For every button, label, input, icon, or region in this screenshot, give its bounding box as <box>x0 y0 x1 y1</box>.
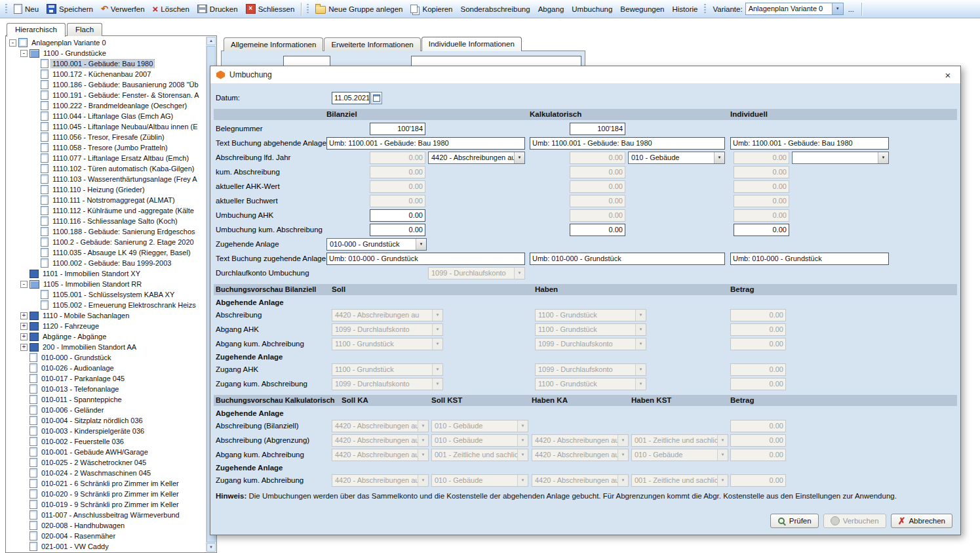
number-field[interactable]: 0.00 <box>734 224 789 236</box>
toolbar-button-neue-gruppe-anlegen[interactable]: Neue Gruppe anlegen <box>311 2 406 16</box>
tree-item[interactable]: 010-020 - 9 Schränkli pro Zimmer im Kell… <box>7 489 206 499</box>
tree-item[interactable]: 1110.077 - Liftanlage Ersatz Altbau (Emc… <box>7 153 206 163</box>
scroll-down-icon[interactable]: ▼ <box>206 543 216 552</box>
tree-item[interactable]: +1120 - Fahrzeuge <box>7 321 206 331</box>
tree-item[interactable]: 1101 - Immobilien Standort XY <box>7 268 206 279</box>
tree-item[interactable]: 020-004 - Rasenmäher <box>7 531 206 541</box>
tree-item[interactable]: 010-024 - 2 Waschmaschinen 045 <box>7 468 206 478</box>
tree-item[interactable]: 010-000 - Grundstück <box>7 352 206 363</box>
tab-allgemeine-informationen[interactable]: Allgemeine Informationen <box>224 37 323 51</box>
expand-box-icon[interactable]: + <box>20 312 28 319</box>
tree-item[interactable]: 1100.186 - Gebäude: Bausanierung 2008 "Ü… <box>7 79 206 90</box>
tree-item[interactable]: 1110.044 - Liftanlage Glas (Emch AG) <box>7 111 206 121</box>
tree-item[interactable]: 1110.116 - Schliessanlage Salto (Koch) <box>7 216 206 226</box>
tree-item[interactable]: 1110.112 - Kühlräume und -aggregate (Käl… <box>7 205 206 216</box>
more-options-button[interactable]: ... <box>844 4 859 14</box>
toolbar-button-abgang[interactable]: Abgang <box>534 3 568 15</box>
text-field[interactable]: Umb: 010-000 - Grundstück <box>530 253 725 265</box>
expand-box-icon[interactable]: + <box>20 333 28 340</box>
tree-item[interactable]: -1100 - Grundstücke <box>7 48 206 58</box>
tree-item[interactable]: 1110.045 - Liftanlage Neubau/Altbau inne… <box>7 121 206 132</box>
toolbar-button-neu[interactable]: Neu <box>10 2 43 16</box>
collapse-box-icon[interactable]: - <box>20 50 28 57</box>
background-form-field[interactable] <box>283 56 330 66</box>
toolbar-button-speichern[interactable]: Speichern <box>43 2 97 16</box>
tree-item[interactable]: 010-001 - Gebäude AWH/Garage <box>7 447 206 457</box>
tree-item[interactable]: 010-013 - Telefonanlage <box>7 384 206 394</box>
tree-item[interactable]: +1110 - Mobile Sachanlagen <box>7 310 206 321</box>
tree-item[interactable]: +Abgänge - Abgänge <box>7 331 206 342</box>
toolbar-button-drucken[interactable]: Drucken <box>193 3 242 15</box>
tree-item[interactable]: 1100.222 - Brandmeldeanlage (Oeschger) <box>7 100 206 111</box>
tree-item[interactable]: 010-017 - Parkanlage 045 <box>7 373 206 384</box>
combobox[interactable]: ▼ <box>792 152 889 164</box>
tree-item[interactable]: 1105.001 - Schlüsselsystem KABA XY <box>7 289 206 300</box>
combobox[interactable]: 010 - Gebäude▼ <box>628 152 725 164</box>
tree-item[interactable]: 1110.058 - Tresore (Jumbo Pratteln) <box>7 142 206 153</box>
number-field[interactable]: 100'184 <box>370 123 425 135</box>
variante-combobox[interactable]: Anlagenplan Variante 0▼ <box>745 3 844 15</box>
combobox[interactable]: 4420 - Abschreibungen au▼ <box>428 152 525 164</box>
tree-item[interactable]: 1100.191 - Gebäude: Fenster- & Storensan… <box>7 90 206 100</box>
background-form-field[interactable] <box>411 56 581 66</box>
toolbar-button-löschen[interactable]: ×Löschen <box>149 3 193 15</box>
tree-item[interactable]: 010-011 - Spannteppiche <box>7 394 206 405</box>
collapse-box-icon[interactable]: - <box>20 281 28 288</box>
text-field[interactable]: Umb: 1100.001 - Gebäude: Bau 1980 <box>730 137 889 150</box>
number-field[interactable]: 0.00 <box>370 209 425 222</box>
number-field[interactable]: 0.00 <box>570 224 625 236</box>
tree-item[interactable]: 010-019 - 9 Schränkli pro Zimmer im Kell… <box>7 499 206 510</box>
tree-item[interactable]: 1110.103 - Wasserenthärtungsanlage (Frey… <box>7 174 206 184</box>
tree-item[interactable]: 021-001 - VW Caddy <box>7 541 206 552</box>
collapse-box-icon[interactable]: - <box>9 39 16 47</box>
tree-item[interactable]: 1100.188 - Gebäude: Sanierung Erdgeschos <box>7 226 206 237</box>
tree-item[interactable]: 010-003 - Kinderspielgeräte 036 <box>7 426 206 436</box>
dropdown-arrow-icon[interactable]: ▼ <box>832 3 843 14</box>
tree-item[interactable]: 1105.002 - Erneuerung Elektroschrank Hei… <box>7 300 206 310</box>
toolbar-button-kopieren[interactable]: Kopieren <box>406 3 456 15</box>
sidebar-tab-hierarchisch[interactable]: Hierarchisch <box>7 23 66 37</box>
text-field[interactable]: Umb: 010-000 - Grundstück <box>326 253 525 265</box>
tree-item[interactable]: 1110.056 - Tresor, Firesafe (Züblin) <box>7 132 206 142</box>
tree-item[interactable]: 020-008 - Handhubwagen <box>7 520 206 531</box>
text-field[interactable]: Umb: 1100.001 - Gebäude: Bau 1980 <box>530 137 725 150</box>
tree-item[interactable]: 010-021 - 6 Schränkli pro Zimmer im Kell… <box>7 478 206 489</box>
tree-item[interactable]: 1100.001 - Gebäude: Bau 1980 <box>7 58 206 69</box>
toolbar-button-schliessen[interactable]: ×Schliessen <box>242 2 299 16</box>
tree-item[interactable]: 010-002 - Feuerstelle 036 <box>7 436 206 447</box>
tree-item[interactable]: 1110.110 - Heizung (Grieder) <box>7 184 206 195</box>
tree-item[interactable]: 1110.035 - Absauge LK 49 (Riegger, Basel… <box>7 247 206 258</box>
tree-item[interactable]: 010-025 - 2 Wäschetrockner 045 <box>7 457 206 468</box>
expand-box-icon[interactable]: + <box>20 344 28 351</box>
dropdown-arrow-icon[interactable]: ▼ <box>416 239 426 250</box>
tree-item[interactable]: -Anlagenplan Variante 0 <box>7 37 206 48</box>
combobox[interactable]: 010-000 - Grundstück▼ <box>326 238 427 251</box>
tree-item[interactable]: 1110.102 - Türen automatisch (Kaba-Gilge… <box>7 163 206 174</box>
toolbar-button-sonderabschreibung[interactable]: Sonderabschreibung <box>457 3 534 15</box>
expand-box-icon[interactable]: + <box>20 323 28 330</box>
toolbar-button-verwerfen[interactable]: ↶Verwerfen <box>97 3 149 15</box>
pruefen-button[interactable]: Prüfen <box>770 514 819 528</box>
tree-item[interactable]: 011-007 - Anschlussbeitrag Wärmeverbund <box>7 510 206 520</box>
tab-individuelle-informationen[interactable]: Individuelle Informationen <box>421 37 522 51</box>
tree-item[interactable]: 1100.2 - Gebäude: Sanierung 2. Etage 202… <box>7 237 206 247</box>
tab-erweiterte-informationen[interactable]: Erweiterte Informationen <box>324 37 420 51</box>
scroll-up-icon[interactable]: ▲ <box>206 37 216 45</box>
toolbar-button-umbuchung[interactable]: Umbuchung <box>568 3 616 15</box>
calendar-button[interactable] <box>370 92 382 104</box>
abbrechen-button[interactable]: ✗ Abbrechen <box>891 514 952 528</box>
verbuchen-button[interactable]: Verbuchen <box>823 514 886 528</box>
tree-item[interactable]: +200 - Immobilien Standort AA <box>7 342 206 352</box>
close-icon[interactable]: × <box>941 70 954 81</box>
tree-item[interactable]: -1105 - Immobilien Standort RR <box>7 279 206 289</box>
toolbar-button-bewegungen[interactable]: Bewegungen <box>616 3 668 15</box>
tree-item[interactable]: 010-004 - Sitzplatz nördlich 036 <box>7 415 206 426</box>
dropdown-arrow-icon[interactable]: ▼ <box>514 152 524 163</box>
tree-item[interactable]: 1100.172 - Küchenanbau 2007 <box>7 69 206 79</box>
tree-item[interactable]: 010-006 - Geländer <box>7 405 206 415</box>
tree-item[interactable]: 1100.002 - Gebäude: Bau 1999-2003 <box>7 258 206 268</box>
tree-item[interactable]: 010-026 - Audioanlage <box>7 363 206 373</box>
number-field[interactable]: 100'184 <box>570 123 625 135</box>
number-field[interactable]: 0.00 <box>370 224 425 236</box>
toolbar-button-historie[interactable]: Historie <box>668 3 701 15</box>
